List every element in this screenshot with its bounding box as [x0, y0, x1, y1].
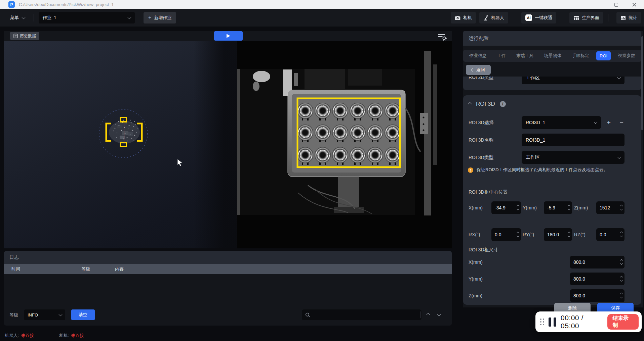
stats-button[interactable]: 统计	[616, 12, 641, 23]
chevron-down-icon	[127, 15, 131, 19]
robot-arm-icon	[483, 15, 488, 21]
chevron-down-icon	[58, 312, 62, 316]
robot-status-value: 未连接	[21, 333, 34, 339]
roi2d-type-label: ROI 2D类型	[469, 77, 494, 81]
size-y-spinner[interactable]: 800.0	[570, 273, 625, 285]
drag-handle-icon[interactable]	[540, 319, 544, 325]
spinner-arrows-icon[interactable]	[620, 205, 622, 210]
plus-icon: +	[148, 15, 151, 20]
roi3d-remove-button[interactable]: −	[617, 116, 626, 129]
roi3d-section: ROI 3D i ROI 3D选择 ROI3D_1 + − ROI 3D名称 R…	[463, 95, 641, 305]
search-icon	[305, 312, 310, 318]
pickwiz-app: P C:/Users/dex/Documents/PickWiz/new_pro…	[0, 0, 644, 341]
center-y-spinner[interactable]: -5.9	[544, 201, 572, 214]
pointcloud-scene	[4, 41, 237, 248]
job-select-value: 作业_1	[43, 15, 56, 21]
spinner-arrows-icon[interactable]	[568, 232, 570, 237]
spinner-arrows-icon[interactable]	[620, 276, 622, 282]
stats-chart-icon	[620, 15, 626, 20]
display-settings-icon	[437, 33, 447, 41]
spinner-arrows-icon[interactable]	[620, 293, 622, 298]
center-ry-spinner[interactable]: 180.0	[544, 228, 572, 241]
log-level-select[interactable]: INFO	[24, 309, 65, 320]
maximize-icon[interactable]	[614, 2, 618, 7]
spinner-arrows-icon[interactable]	[568, 205, 570, 210]
roi3d-type-label: ROI 3D类型	[469, 155, 494, 161]
roi3d-size-title: ROI 3D框尺寸	[469, 247, 498, 253]
center-rz-spinner[interactable]: 0.0	[596, 228, 625, 241]
tab-vision-params[interactable]: 视觉参数	[614, 51, 639, 61]
roi3d-type-select[interactable]: 工作区	[522, 151, 625, 164]
size-z-spinner[interactable]: 800.0	[570, 289, 625, 302]
camera-button[interactable]: 相机	[451, 12, 476, 23]
log-search-box	[302, 309, 421, 320]
spinner-arrows-icon[interactable]	[620, 259, 622, 265]
minimize-icon[interactable]	[596, 2, 600, 7]
tab-scene-object[interactable]: 场景物体	[540, 51, 565, 61]
size-z-value: 800.0	[573, 293, 619, 298]
robot-label: 机器人	[491, 15, 504, 21]
back-label: 返回	[476, 67, 485, 73]
camera-view[interactable]	[237, 41, 452, 248]
roi3d-add-button[interactable]: +	[604, 116, 613, 129]
collapse-icon[interactable]	[468, 102, 472, 106]
center-x-spinner[interactable]: -34.9	[491, 201, 521, 214]
roi2d-type-select[interactable]: 工作区	[522, 77, 625, 84]
search-next-button[interactable]	[435, 311, 443, 319]
field-label-z: Z(mm)	[574, 205, 588, 210]
tab-job-info[interactable]: 作业信息	[466, 51, 490, 61]
display-settings-button[interactable]	[437, 33, 447, 41]
center-x-value: -34.9	[495, 205, 516, 210]
center-z-value: 1512	[600, 205, 619, 210]
robot-status-label: 机器人:	[5, 333, 19, 339]
field-label-rx: RX(°)	[469, 232, 480, 237]
roi3d-select-label: ROI 3D选择	[469, 120, 494, 126]
ai-link-button[interactable]: AI 一键联通	[521, 12, 556, 23]
log-search-input[interactable]	[313, 312, 418, 318]
tab-workpiece[interactable]: 工件	[494, 51, 509, 61]
roi3d-select[interactable]: ROI3D_1	[522, 116, 601, 129]
warning-text: 保证ROI3D工作区同时框选了距离相机最近的工件点云及地面点云。	[477, 166, 608, 173]
pointcloud-viewport[interactable]	[4, 41, 237, 248]
add-job-button[interactable]: + 新增作业	[144, 12, 176, 23]
center-rx-value: 0.0	[495, 232, 516, 237]
log-col-time: 时间	[11, 266, 20, 272]
close-icon[interactable]	[632, 2, 637, 7]
roi3d-warning: ! 保证ROI3D工作区同时框选了距离相机最近的工件点云及地面点云。	[468, 166, 633, 173]
camera-icon	[455, 15, 460, 20]
scrollbar-track[interactable]	[641, 31, 643, 307]
pause-icon[interactable]	[549, 318, 556, 327]
center-z-spinner[interactable]: 1512	[596, 201, 625, 214]
config-tabs: 作业信息 工件 末端工具 场景物体 手眼标定 ROI 视觉参数	[463, 50, 641, 62]
center-rz-value: 0.0	[600, 232, 619, 237]
production-button[interactable]: 生产界面	[569, 12, 603, 23]
back-button[interactable]: 返回	[466, 65, 491, 75]
tab-hand-eye-calib[interactable]: 手眼标定	[568, 51, 593, 61]
search-prev-button[interactable]	[424, 311, 432, 319]
job-select[interactable]: 作业_1	[39, 12, 135, 23]
spinner-arrows-icon[interactable]	[517, 205, 519, 210]
tab-end-tool[interactable]: 末端工具	[513, 51, 537, 61]
menu-button[interactable]: 菜单	[6, 12, 29, 23]
tab-roi[interactable]: ROI	[596, 51, 611, 60]
roi2d-type-value: 工作区	[526, 77, 540, 81]
center-rx-spinner[interactable]: 0.0	[491, 228, 521, 241]
stop-recording-button[interactable]: 结束录制	[607, 314, 639, 330]
size-y-value: 800.0	[573, 276, 619, 282]
history-data-label: 历史数据	[20, 33, 36, 39]
size-label-z: Z(mm)	[469, 293, 482, 298]
size-x-value: 800.0	[573, 259, 619, 265]
log-clear-button[interactable]: 清空	[71, 309, 95, 320]
robot-button[interactable]: 机器人	[479, 12, 508, 23]
size-x-spinner[interactable]: 800.0	[570, 256, 625, 269]
scrollbar-thumb[interactable]	[641, 36, 643, 130]
info-icon[interactable]: i	[500, 101, 506, 107]
roi3d-name-input[interactable]	[522, 134, 625, 146]
chevron-down-icon	[22, 15, 25, 19]
window-title: C:/Users/dex/Documents/PickWiz/new_proje…	[19, 2, 114, 7]
history-data-button[interactable]: 历史数据	[10, 32, 39, 40]
play-button[interactable]	[214, 31, 243, 41]
menu-label: 菜单	[10, 15, 19, 21]
spinner-arrows-icon[interactable]	[620, 232, 622, 237]
spinner-arrows-icon[interactable]	[517, 232, 519, 237]
